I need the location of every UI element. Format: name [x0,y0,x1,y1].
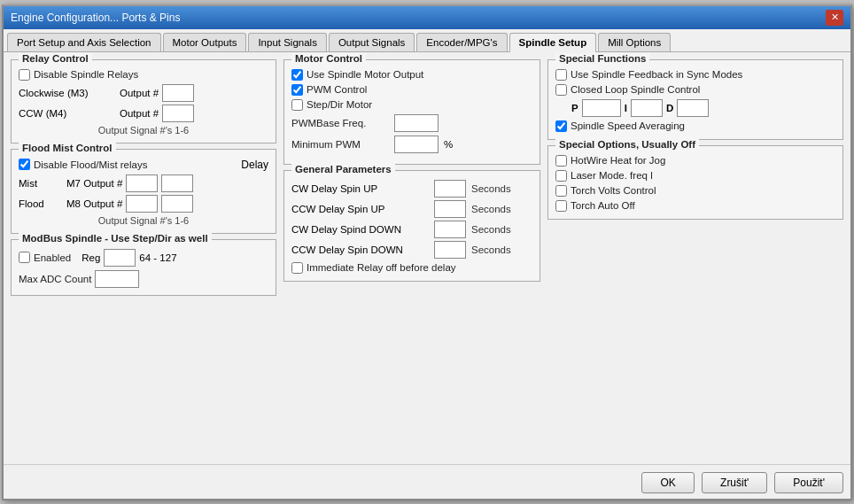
p-label: P [571,103,578,113]
ccw-spin-up-unit: Seconds [471,204,511,214]
use-spindle-motor-label: Use Spindle Motor Output [307,69,423,80]
max-adc-input[interactable]: 16380 [95,270,139,288]
pwm-base-row: PWMBase Freq. 35 [291,114,532,132]
laser-mode-checkbox[interactable] [555,170,567,182]
tab-mill-options[interactable]: Mill Options [598,33,671,51]
clockwise-row: Clockwise (M3) Output # 1 [19,84,268,102]
p-input[interactable]: 0.25 [582,99,621,117]
mist-delay-input[interactable]: 0 [161,174,193,192]
flood-delay-input[interactable]: 0 [161,195,193,213]
tab-output-signals[interactable]: Output Signals [329,33,415,51]
flood-output-input[interactable]: 3 [126,195,158,213]
torch-volts-row: Torch Volts Control [555,185,835,197]
reg-label: Reg [82,252,100,263]
pwm-base-input[interactable]: 35 [394,114,439,132]
laser-mode-row: Laser Mode. freq l [555,170,835,182]
min-pwm-label: Minimum PWM [291,139,389,150]
cw-spin-down-row: CW Delay Spind DOWN 1 Seconds [291,221,532,238]
modbus-enabled-label: Enabled [34,252,71,263]
d-input[interactable]: 0.3 [677,99,709,117]
mist-label: Mist [19,178,63,189]
i-input[interactable]: 1 [631,99,663,117]
ccw-output-input[interactable]: 1 [162,105,194,122]
flood-row: Flood M8 Output # 3 0 [19,195,268,213]
tab-spindle-setup[interactable]: Spindle Setup [509,33,597,52]
motor-control-title: Motor Control [291,53,366,64]
clockwise-output-input[interactable]: 1 [162,84,194,102]
hotwire-heat-checkbox[interactable] [555,155,567,167]
speed-averaging-row: Spindle Speed Averaging [555,120,835,132]
min-pwm-input[interactable]: 0 [394,136,439,153]
relay-output-note: Output Signal #'s 1-6 [19,125,268,136]
step-dir-checkbox[interactable] [291,99,303,111]
cw-spin-up-row: CW Delay Spin UP 1 Seconds [291,180,532,198]
tab-encoder-mpg[interactable]: Encoder/MPG's [416,33,507,51]
close-button[interactable]: ✕ [826,10,843,26]
flood-mist-group: Flood Mist Control Disable Flood/Mist re… [11,149,276,234]
motor-control-content: Use Spindle Motor Output PWM Control Ste… [291,69,532,153]
content-area: Relay Control Disable Spindle Relays Clo… [4,52,850,464]
right-column: Special Functions Use Spindle Feedback i… [547,59,843,457]
disable-relays-row: Disable Flood/Mist relays Delay [19,159,268,171]
spindle-feedback-row: Use Spindle Feedback in Sync Modes [555,69,835,81]
torch-volts-checkbox[interactable] [555,185,567,197]
cw-spin-down-unit: Seconds [471,224,511,235]
ccw-row: CCW (M4) Output # 1 [19,105,268,122]
disable-relays-checkbox[interactable] [19,159,30,170]
disable-spindle-row: Disable Spindle Relays [19,69,268,81]
tab-port-setup[interactable]: Port Setup and Axis Selection [7,33,161,51]
general-params-content: CW Delay Spin UP 1 Seconds CCW Delay Spi… [291,180,532,274]
max-adc-row: Max ADC Count 16380 [19,270,268,288]
reg-input[interactable]: 64 [104,249,136,267]
tab-input-signals[interactable]: Input Signals [248,33,327,51]
pwm-control-checkbox[interactable] [291,84,303,96]
modbus-enabled-checkbox[interactable] [19,252,30,263]
disable-spindle-checkbox[interactable] [19,69,30,81]
cw-spin-up-input[interactable]: 1 [434,180,466,198]
ccw-output-label: Output # [120,108,159,119]
spindle-feedback-label: Use Spindle Feedback in Sync Modes [571,69,742,80]
torch-volts-label: Torch Volts Control [571,185,656,196]
special-functions-title: Special Functions [555,53,649,64]
left-column: Relay Control Disable Spindle Relays Clo… [11,59,276,457]
closed-loop-row: Closed Loop Spindle Control [555,84,835,96]
torch-auto-off-label: Torch Auto Off [571,200,635,211]
footer: OK Zrušit' Použit' [4,464,850,499]
tabs-bar: Port Setup and Axis Selection Motor Outp… [4,29,850,52]
motor-control-group: Motor Control Use Spindle Motor Output P… [283,59,540,165]
cw-spin-down-input[interactable]: 1 [434,221,466,238]
cancel-button[interactable]: Zrušit' [702,472,767,493]
ccw-spin-down-input[interactable]: 1 [434,241,466,259]
ccw-spin-up-input[interactable]: 1 [434,200,466,218]
window-title: Engine Configuration... Ports & Pins [11,12,180,24]
ok-button[interactable]: OK [641,472,695,493]
closed-loop-label: Closed Loop Spindle Control [571,84,700,95]
tab-motor-outputs[interactable]: Motor Outputs [163,33,247,51]
spindle-feedback-checkbox[interactable] [555,69,567,81]
cw-spin-down-label: CW Delay Spind DOWN [291,224,429,235]
pwm-control-row: PWM Control [291,84,532,96]
reg-range-label: 64 - 127 [139,252,176,263]
d-label: D [666,103,673,113]
delay-header-label: Delay [241,159,268,171]
laser-mode-label: Laser Mode. freq l [571,170,653,181]
relay-control-group: Relay Control Disable Spindle Relays Clo… [11,59,276,143]
mist-output-label: M7 Output # [66,178,122,189]
min-pwm-row: Minimum PWM 0 % [291,136,532,153]
clockwise-label: Clockwise (M3) [19,88,116,98]
use-spindle-motor-checkbox[interactable] [291,69,303,81]
closed-loop-checkbox[interactable] [555,84,567,96]
i-label: I [625,103,627,113]
speed-averaging-label: Spindle Speed Averaging [571,120,685,131]
apply-button[interactable]: Použit' [774,472,843,493]
mist-output-input[interactable]: 4 [126,174,158,192]
special-options-content: HotWire Heat for Jog Laser Mode. freq l … [555,155,835,212]
torch-auto-off-checkbox[interactable] [555,200,567,212]
ccw-label: CCW (M4) [19,108,116,119]
clockwise-output-label: Output # [120,88,159,98]
modbus-content: Enabled Reg 64 64 - 127 Max ADC Count 16… [19,249,268,288]
immediate-relay-checkbox[interactable] [291,262,303,274]
flood-output-note: Output Signal #'s 1-6 [19,215,268,226]
general-params-title: General Parameters [291,164,395,174]
speed-averaging-checkbox[interactable] [555,120,567,132]
